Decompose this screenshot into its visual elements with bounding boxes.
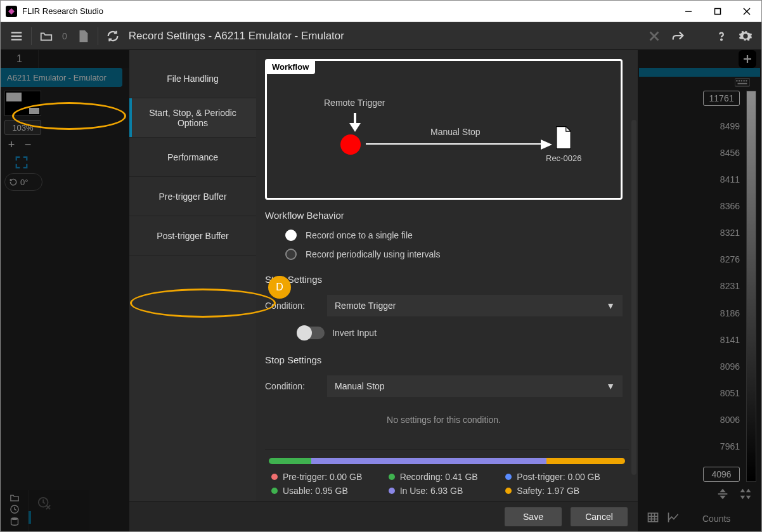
fit-screen-icon[interactable] xyxy=(15,155,29,169)
left-tab-1[interactable]: 1 xyxy=(1,50,39,68)
workflow-diagram: Workflow Remote Trigger Manual Stop xyxy=(265,59,623,200)
close-button[interactable] xyxy=(732,1,761,22)
svg-rect-17 xyxy=(744,80,745,81)
open-folder-button[interactable] xyxy=(34,25,58,48)
settings-tab-list: File Handling Start, Stop, & Periodic Op… xyxy=(129,50,256,501)
zoom-in-button[interactable]: + xyxy=(4,138,18,152)
scale-split-icon[interactable] xyxy=(739,487,752,503)
scale-tick: 7961 xyxy=(720,440,740,453)
arrow-down-icon xyxy=(349,113,361,134)
start-condition-select[interactable]: Remote Trigger ▼ xyxy=(327,295,623,316)
behavior-opt-periodic[interactable]: Record periodically using intervals xyxy=(265,245,623,264)
legend-recording: Recording: 0.41 GB xyxy=(389,472,506,482)
svg-rect-15 xyxy=(739,80,740,81)
rotation-value: 0° xyxy=(20,178,28,187)
main-toolbar: 0 Record Settings - A6211 Emulator - Emu… xyxy=(1,22,761,50)
chart-view-icon[interactable] xyxy=(667,511,680,526)
legend-inuse: In Use: 6.93 GB xyxy=(389,486,506,496)
counts-label: Counts xyxy=(702,514,730,524)
scale-tick: 8096 xyxy=(720,360,740,373)
svg-rect-21 xyxy=(718,493,728,495)
settings-gear-button[interactable] xyxy=(733,25,758,48)
svg-marker-20 xyxy=(720,489,725,493)
app-body: 1 A6211 Emulator - Emulator 103% + − 0° xyxy=(1,50,761,531)
camera-thumbnail[interactable] xyxy=(4,91,41,116)
svg-marker-0 xyxy=(8,8,15,15)
shelf-clock-disabled-icon[interactable] xyxy=(31,490,58,531)
svg-marker-24 xyxy=(746,489,751,493)
share-button[interactable] xyxy=(666,25,690,48)
start-condition-label: Condition: xyxy=(265,301,316,311)
tab-performance[interactable]: Performance xyxy=(129,138,256,177)
scale-tick: 8499 xyxy=(720,120,740,133)
scale-max[interactable]: 11761 xyxy=(703,91,740,106)
workflow-trigger-label: Remote Trigger xyxy=(324,98,385,108)
help-button[interactable] xyxy=(709,25,733,48)
cancel-button[interactable]: Cancel xyxy=(571,507,628,526)
titlebar: FLIR Research Studio xyxy=(1,1,761,22)
stop-heading: Stop Settings xyxy=(265,354,623,365)
storage-bar xyxy=(269,458,625,464)
svg-rect-2 xyxy=(715,8,721,14)
start-condition-row: Condition: Remote Trigger ▼ xyxy=(265,290,623,321)
caret-down-icon: ▼ xyxy=(606,301,615,311)
tab-start-stop[interactable]: Start, Stop, & Periodic Options xyxy=(129,98,256,138)
content-scrollbar[interactable] xyxy=(631,120,636,475)
svg-rect-32 xyxy=(354,113,356,124)
behavior-opt-single[interactable]: Record once to a single file xyxy=(265,226,623,245)
save-button[interactable]: Save xyxy=(505,507,562,526)
maximize-button[interactable] xyxy=(703,1,732,22)
keyboard-icon[interactable] xyxy=(638,78,761,88)
new-file-button[interactable] xyxy=(71,25,95,48)
scale-tick: 8456 xyxy=(720,146,740,159)
behavior-opt-single-label: Record once to a single file xyxy=(306,230,413,240)
stop-condition-label: Condition: xyxy=(265,381,316,391)
scale-tick: 8141 xyxy=(720,334,740,346)
tab-file-handling[interactable]: File Handling xyxy=(129,59,256,98)
svg-marker-26 xyxy=(746,496,751,500)
tab-posttrigger-buffer[interactable]: Post-trigger Buffer xyxy=(129,216,256,256)
left-tabstrip: 1 xyxy=(1,50,130,68)
scale-min[interactable]: 4096 xyxy=(703,467,740,482)
zoom-out-button[interactable]: − xyxy=(21,138,35,152)
tab-pretrigger-buffer[interactable]: Pre-trigger Buffer xyxy=(129,177,256,216)
shelf-folder-icon[interactable] xyxy=(1,490,29,531)
behavior-heading: Workflow Behavior xyxy=(265,210,623,221)
storage-seg-usable xyxy=(269,458,311,464)
zoom-value[interactable]: 103% xyxy=(4,120,41,135)
app-window: FLIR Research Studio 0 Re xyxy=(0,0,762,532)
storage-summary: Pre-trigger: 0.00 GB Recording: 0.41 GB … xyxy=(265,450,629,501)
workflow-line xyxy=(366,143,543,145)
dialog-close-x[interactable] xyxy=(642,25,666,48)
record-dot-icon xyxy=(340,134,361,155)
radio-checked-icon xyxy=(285,230,297,241)
left-panel: 1 A6211 Emulator - Emulator 103% + − 0° xyxy=(1,50,130,531)
svg-marker-25 xyxy=(740,496,745,500)
toggle-off-icon xyxy=(297,327,325,339)
scale-tick: 8051 xyxy=(720,387,740,399)
stop-condition-value: Manual Stop xyxy=(335,381,385,391)
scale-tick: 8411 xyxy=(720,173,740,186)
scale-compress-icon[interactable] xyxy=(716,487,730,503)
svg-marker-33 xyxy=(349,123,361,132)
add-panel-button[interactable] xyxy=(739,50,756,68)
scale-tick: 8186 xyxy=(720,307,740,320)
workflow-stop-label: Manual Stop xyxy=(430,127,481,137)
caret-down-icon: ▼ xyxy=(606,381,615,391)
source-label[interactable]: A6211 Emulator - Emulator xyxy=(1,68,122,87)
dialog-title: Record Settings - A6211 Emulator - Emula… xyxy=(129,30,642,42)
settings-content: Workflow Remote Trigger Manual Stop xyxy=(256,50,638,501)
invert-input-row[interactable]: Invert Input xyxy=(265,321,623,344)
behavior-opt-periodic-label: Record periodically using intervals xyxy=(306,249,440,259)
gradient-bar[interactable] xyxy=(746,91,756,482)
rotation-control[interactable]: 0° xyxy=(4,173,42,191)
svg-point-10 xyxy=(721,39,722,40)
refresh-button[interactable] xyxy=(101,25,125,48)
stop-condition-select[interactable]: Manual Stop ▼ xyxy=(327,375,623,397)
storage-seg-safety xyxy=(546,458,625,464)
menu-button[interactable] xyxy=(4,25,29,48)
right-panel: 11761 8499845684118366832182768231818681… xyxy=(638,50,761,531)
minimize-button[interactable] xyxy=(674,1,703,22)
svg-marker-23 xyxy=(740,489,745,493)
table-view-icon[interactable] xyxy=(647,511,659,526)
